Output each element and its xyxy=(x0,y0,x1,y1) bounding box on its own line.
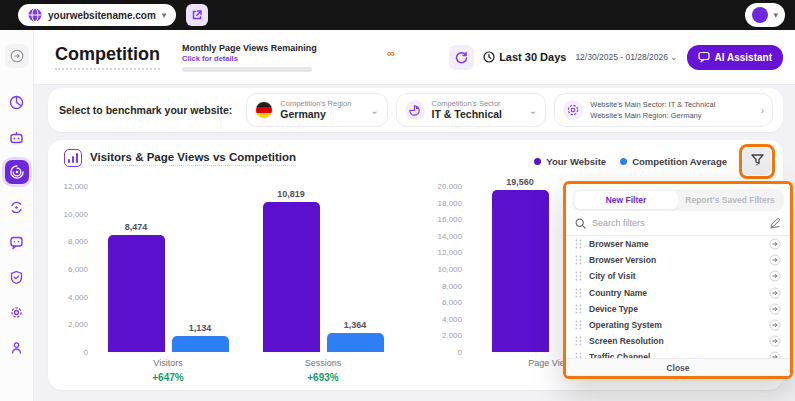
clock-icon xyxy=(483,51,495,63)
globe-icon xyxy=(28,8,42,22)
click-for-details-link[interactable]: Click for details xyxy=(182,54,317,63)
legend-item-1[interactable]: Competition Average xyxy=(620,156,727,167)
sidebar-item-competition[interactable] xyxy=(5,160,29,184)
bar-visitors-website[interactable] xyxy=(108,235,165,352)
filter-item-browser-version[interactable]: Browser Version xyxy=(566,252,790,268)
sector-select-value: IT & Technical xyxy=(432,108,502,121)
date-range-picker[interactable]: 12/30/2025 - 01/28/2026 ⌄ xyxy=(575,52,677,62)
filter-search-input[interactable] xyxy=(592,218,763,228)
filter-item-device-type[interactable]: Device Type xyxy=(566,301,790,317)
drag-handle-icon xyxy=(575,304,582,314)
topbar: yourwebsitename.com ▾ ▾ xyxy=(0,0,795,30)
drag-handle-icon xyxy=(575,255,582,265)
filter-item-traffic-channel[interactable]: Traffic Channel xyxy=(566,349,790,358)
drag-handle-icon xyxy=(575,288,582,298)
chevron-down-icon: ⌄ xyxy=(519,105,537,116)
chart-legend: Your WebsiteCompetition Average xyxy=(534,156,727,167)
monthly-pageviews-widget[interactable]: Monthly Page Views Remaining Click for d… xyxy=(182,43,395,72)
bar-sessions-website[interactable] xyxy=(263,202,320,352)
website-selector[interactable]: yourwebsitename.com ▾ xyxy=(18,4,176,26)
filter-item-label: Country Name xyxy=(589,288,647,298)
axis-tick-label: 6,000 xyxy=(424,298,462,307)
add-filter-icon[interactable] xyxy=(769,335,781,347)
germany-flag-icon xyxy=(255,101,273,119)
filter-panel: New Filter Report's Saved Filters Browse… xyxy=(563,181,793,379)
chevron-down-icon: ⌄ xyxy=(670,53,678,62)
chat-icon xyxy=(9,235,24,250)
expand-arrow-icon xyxy=(10,49,24,63)
filter-list: Browser NameBrowser VersionCity of Visit… xyxy=(566,236,790,358)
sidebar xyxy=(0,30,34,401)
axis-tick-label: 12,000 xyxy=(424,248,462,257)
axis-tick-label: 0 xyxy=(424,348,462,357)
bar-visitors-competition[interactable] xyxy=(172,336,229,352)
filter-item-city-of-visit[interactable]: City of Visit xyxy=(566,268,790,284)
website-main-region: Website's Main Region: Germany xyxy=(590,110,715,121)
bar-page-views-website-value: 19,560 xyxy=(487,177,553,187)
website-main-info[interactable]: Website's Main Sector: IT & Technical We… xyxy=(554,93,773,127)
add-filter-icon[interactable] xyxy=(769,254,781,266)
chart-title: Visitors & Page Views vs Competition xyxy=(90,151,296,166)
add-filter-icon[interactable] xyxy=(769,303,781,315)
sidebar-item-dashboard[interactable] xyxy=(5,90,29,114)
add-filter-icon[interactable] xyxy=(769,270,781,282)
filter-item-country-name[interactable]: Country Name xyxy=(566,285,790,301)
add-filter-icon[interactable] xyxy=(769,351,781,358)
legend-dot xyxy=(620,158,627,165)
last-30-days-label: Last 30 Days xyxy=(499,51,566,63)
sector-pie-icon xyxy=(405,100,425,120)
bar-page-views-website[interactable] xyxy=(492,190,549,352)
change-percentage: +647% xyxy=(108,372,228,383)
bar-sessions-competition[interactable] xyxy=(327,333,384,352)
region-select[interactable]: Competition's Region Germany ⌄ xyxy=(246,93,387,127)
category-label: Visitors xyxy=(108,358,228,368)
website-main-sector: Website's Main Sector: IT & Technical xyxy=(590,99,715,110)
refresh-icon xyxy=(455,51,468,64)
axis-tick-label: 2,000 xyxy=(50,320,88,329)
filter-item-label: Browser Name xyxy=(589,239,649,249)
add-filter-icon[interactable] xyxy=(769,238,781,250)
refresh-button[interactable] xyxy=(449,45,474,70)
axis-tick-label: 12,000 xyxy=(50,182,88,191)
add-filter-icon[interactable] xyxy=(769,319,781,331)
pencil-slash-icon[interactable] xyxy=(769,217,781,229)
account-menu[interactable]: ▾ xyxy=(745,3,785,27)
drag-handle-icon xyxy=(575,239,582,249)
axis-tick-label: 4,000 xyxy=(50,292,88,301)
filter-item-screen-resolution[interactable]: Screen Resolution xyxy=(566,333,790,349)
sector-select[interactable]: Competition's Sector IT & Technical ⌄ xyxy=(396,93,547,127)
sidebar-item-feedback[interactable] xyxy=(5,230,29,254)
avatar xyxy=(752,7,768,23)
region-select-label: Competition's Region xyxy=(280,99,351,108)
sidebar-collapse-button[interactable] xyxy=(5,44,29,68)
filter-item-label: Screen Resolution xyxy=(589,336,664,346)
chevron-down-icon: ▾ xyxy=(773,11,778,20)
gear-icon xyxy=(9,305,24,320)
ai-assistant-button[interactable]: AI Assistant xyxy=(687,45,783,70)
axis-tick-label: 0 xyxy=(50,348,88,357)
category-label: Sessions xyxy=(263,358,383,368)
tab-saved-filters[interactable]: Report's Saved Filters xyxy=(678,191,782,209)
pie-chart-icon xyxy=(9,95,24,110)
legend-item-0[interactable]: Your Website xyxy=(534,156,606,167)
sidebar-item-visitors[interactable] xyxy=(5,335,29,359)
drag-handle-icon xyxy=(575,336,582,346)
filter-item-operating-system[interactable]: Operating System xyxy=(566,317,790,333)
add-filter-icon[interactable] xyxy=(769,287,781,299)
sidebar-item-assistant[interactable] xyxy=(5,125,29,149)
tab-new-filter[interactable]: New Filter xyxy=(574,191,678,209)
sidebar-item-automation[interactable] xyxy=(5,195,29,219)
close-button[interactable]: Close xyxy=(566,358,790,376)
infinity-value: ∞ xyxy=(387,47,395,59)
axis-tick-label: 4,000 xyxy=(424,314,462,323)
filter-button[interactable]: ⌃ xyxy=(743,148,771,175)
bar-chart-icon xyxy=(64,149,82,167)
open-website-button[interactable] xyxy=(186,4,208,26)
sidebar-item-security[interactable] xyxy=(5,265,29,289)
filter-item-browser-name[interactable]: Browser Name xyxy=(566,236,790,252)
axis-tick-label: 14,000 xyxy=(424,231,462,240)
last-30-days[interactable]: Last 30 Days xyxy=(483,51,566,63)
sidebar-item-settings[interactable] xyxy=(5,300,29,324)
filter-item-label: Browser Version xyxy=(589,255,656,265)
page-title: Competition xyxy=(55,44,160,70)
